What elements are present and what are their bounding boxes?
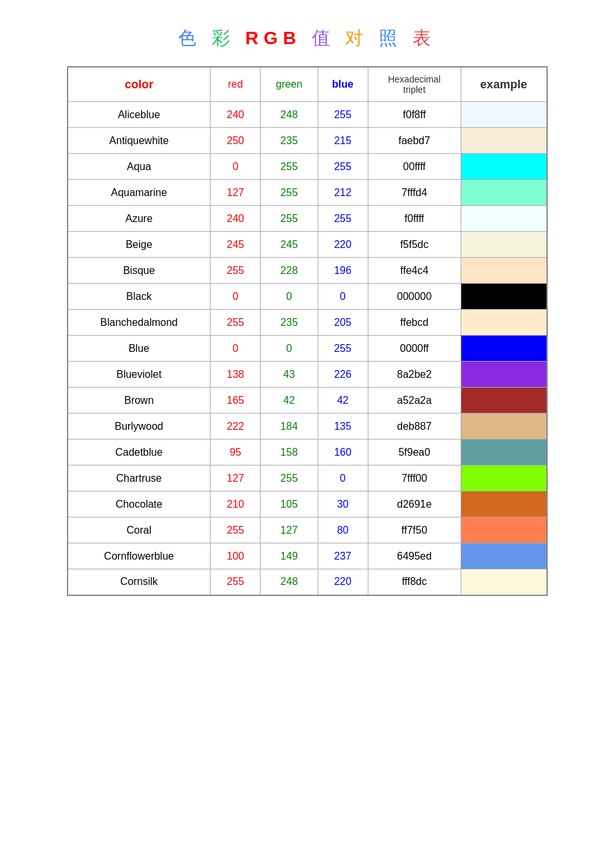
hex-value-cell: deb887 xyxy=(368,414,461,440)
table-row: Azure 240 255 255 f0ffff xyxy=(68,206,547,232)
blue-value-cell: 160 xyxy=(318,440,368,465)
header-red: red xyxy=(211,67,261,102)
red-value-cell: 250 xyxy=(211,128,261,154)
hex-value-cell: f0ffff xyxy=(368,206,461,232)
hex-value-cell: 6495ed xyxy=(368,543,461,569)
blue-value-cell: 255 xyxy=(318,206,368,232)
hex-value-cell: 0000ff xyxy=(368,336,461,362)
title-char-se: 色 xyxy=(178,28,201,48)
hex-value-cell: a52a2a xyxy=(368,388,461,414)
title-char-zhao: 照 xyxy=(379,28,402,48)
color-name-cell: Cornflowerblue xyxy=(68,543,211,569)
table-row: Blue 0 0 255 0000ff xyxy=(68,336,547,362)
color-name-cell: Chartruse xyxy=(68,465,211,491)
example-color-cell xyxy=(461,102,546,128)
red-value-cell: 100 xyxy=(211,543,261,569)
hex-value-cell: f0f8ff xyxy=(368,102,461,128)
color-name-cell: Antiquewhite xyxy=(68,128,211,154)
table-row: Aliceblue 240 248 255 f0f8ff xyxy=(68,102,547,128)
green-value-cell: 149 xyxy=(261,543,318,569)
color-name-cell: Aquamarine xyxy=(68,180,211,206)
example-color-cell xyxy=(461,414,546,440)
blue-value-cell: 205 xyxy=(318,310,368,336)
hex-value-cell: 7fffd4 xyxy=(368,180,461,206)
example-color-cell xyxy=(461,232,546,258)
hex-value-cell: ffe4c4 xyxy=(368,258,461,284)
table-row: Cadetblue 95 158 160 5f9ea0 xyxy=(68,440,547,465)
blue-value-cell: 220 xyxy=(318,569,368,595)
blue-value-cell: 255 xyxy=(318,102,368,128)
example-color-cell xyxy=(461,569,546,595)
red-value-cell: 0 xyxy=(211,336,261,362)
table-row: Blanchedalmond 255 235 205 ffebcd xyxy=(68,310,547,336)
header-color: color xyxy=(68,67,211,102)
hex-value-cell: 8a2be2 xyxy=(368,362,461,388)
red-value-cell: 0 xyxy=(211,154,261,180)
hex-value-cell: fff8dc xyxy=(368,569,461,595)
example-color-cell xyxy=(461,206,546,232)
green-value-cell: 0 xyxy=(261,336,318,362)
blue-value-cell: 226 xyxy=(318,362,368,388)
blue-value-cell: 0 xyxy=(318,284,368,310)
red-value-cell: 165 xyxy=(211,388,261,414)
color-name-cell: Aliceblue xyxy=(68,102,211,128)
green-value-cell: 248 xyxy=(261,102,318,128)
page-title: 色 彩 RGB 值 对 照 表 xyxy=(178,26,436,51)
blue-value-cell: 0 xyxy=(318,465,368,491)
color-name-cell: Coral xyxy=(68,517,211,543)
table-row: Antiquewhite 250 235 215 faebd7 xyxy=(68,128,547,154)
red-value-cell: 127 xyxy=(211,180,261,206)
color-name-cell: Aqua xyxy=(68,154,211,180)
example-color-cell xyxy=(461,543,546,569)
blue-value-cell: 212 xyxy=(318,180,368,206)
color-name-cell: Bisque xyxy=(68,258,211,284)
blue-value-cell: 255 xyxy=(318,336,368,362)
green-value-cell: 158 xyxy=(261,440,318,465)
hex-value-cell: f5f5dc xyxy=(368,232,461,258)
blue-value-cell: 30 xyxy=(318,491,368,517)
example-color-cell xyxy=(461,465,546,491)
color-table: color red green blue Hexadecimal triplet… xyxy=(67,66,548,596)
header-example: example xyxy=(461,67,546,102)
green-value-cell: 255 xyxy=(261,180,318,206)
green-value-cell: 255 xyxy=(261,154,318,180)
example-color-cell xyxy=(461,491,546,517)
example-color-cell xyxy=(461,128,546,154)
table-row: Bisque 255 228 196 ffe4c4 xyxy=(68,258,547,284)
red-value-cell: 240 xyxy=(211,102,261,128)
color-name-cell: Beige xyxy=(68,232,211,258)
blue-value-cell: 220 xyxy=(318,232,368,258)
hex-value-cell: 00ffff xyxy=(368,154,461,180)
table-row: Brown 165 42 42 a52a2a xyxy=(68,388,547,414)
color-name-cell: Burlywood xyxy=(68,414,211,440)
table-row: Aquamarine 127 255 212 7fffd4 xyxy=(68,180,547,206)
table-row: Blueviolet 138 43 226 8a2be2 xyxy=(68,362,547,388)
red-value-cell: 240 xyxy=(211,206,261,232)
example-color-cell xyxy=(461,154,546,180)
table-row: Black 0 0 0 000000 xyxy=(68,284,547,310)
red-value-cell: 127 xyxy=(211,465,261,491)
green-value-cell: 228 xyxy=(261,258,318,284)
hex-value-cell: faebd7 xyxy=(368,128,461,154)
green-value-cell: 235 xyxy=(261,128,318,154)
red-value-cell: 0 xyxy=(211,284,261,310)
table-row: Chocolate 210 105 30 d2691e xyxy=(68,491,547,517)
blue-value-cell: 215 xyxy=(318,128,368,154)
color-name-cell: Blanchedalmond xyxy=(68,310,211,336)
table-header-row: color red green blue Hexadecimal triplet… xyxy=(68,67,547,102)
color-name-cell: Cadetblue xyxy=(68,440,211,465)
title-char-biao: 表 xyxy=(413,28,436,48)
red-value-cell: 138 xyxy=(211,362,261,388)
color-name-cell: Brown xyxy=(68,388,211,414)
green-value-cell: 248 xyxy=(261,569,318,595)
table-row: Coral 255 127 80 ff7f50 xyxy=(68,517,547,543)
color-name-cell: Black xyxy=(68,284,211,310)
hex-value-cell: 5f9ea0 xyxy=(368,440,461,465)
color-name-cell: Cornsilk xyxy=(68,569,211,595)
table-row: Burlywood 222 184 135 deb887 xyxy=(68,414,547,440)
red-value-cell: 95 xyxy=(211,440,261,465)
green-value-cell: 235 xyxy=(261,310,318,336)
color-name-cell: Azure xyxy=(68,206,211,232)
title-char-zhi: 值 xyxy=(312,28,335,48)
red-value-cell: 255 xyxy=(211,258,261,284)
